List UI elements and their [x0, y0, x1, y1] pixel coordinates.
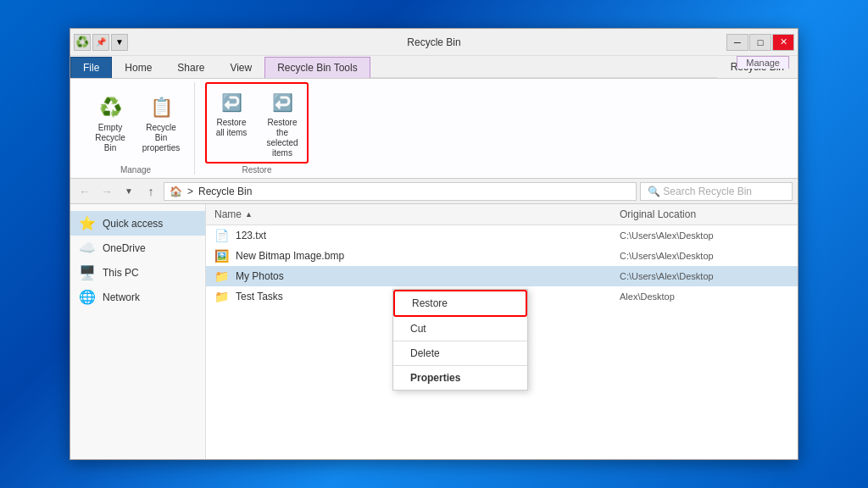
file-location-2: C:\Users\Alex\Desktop [620, 271, 789, 281]
file-icon-1: 🖼️ [214, 249, 229, 263]
maximize-button[interactable]: □ [749, 34, 771, 51]
name-column-header[interactable]: Name ▲ [206, 204, 611, 225]
ribbon-manage-buttons: ♻️ Empty Recycle Bin 📋 Recycle Bin prope… [87, 82, 184, 164]
restore-all-button[interactable]: ↩️ Restore all items [209, 86, 254, 160]
file-name-1: 🖼️ New Bitmap Image.bmp [214, 249, 620, 263]
window-title: Recycle Bin [407, 36, 460, 48]
search-button[interactable]: 🔍 Search Recycle Bin [640, 182, 793, 201]
recycle-icon: ♻️ [95, 92, 125, 123]
address-path-text: Recycle Bin [198, 186, 252, 197]
recycle-bin-props-button[interactable]: 📋 Recycle Bin properties [138, 91, 184, 155]
sidebar-item-onedrive[interactable]: ☁️ OneDrive [70, 236, 205, 260]
manage-group-label: Manage [120, 164, 151, 175]
back-button[interactable]: ← [75, 182, 94, 201]
dropdown-nav-button[interactable]: ▼ [120, 182, 138, 201]
tab-home[interactable]: Home [112, 57, 164, 78]
title-bar-icons: ♻️ 📌 ▼ [74, 34, 128, 51]
explorer-window: ♻️ 📌 ▼ Recycle Bin ─ □ ✕ File Home Share… [70, 28, 798, 460]
network-icon: 🌐 [79, 289, 96, 305]
restore-all-label: Restore all items [216, 118, 248, 138]
recycle-bin-icon-small: ♻️ [74, 34, 91, 51]
onedrive-icon: ☁️ [79, 240, 96, 256]
network-label: Network [103, 291, 140, 303]
empty-recycle-bin-button[interactable]: ♻️ Empty Recycle Bin [87, 91, 133, 155]
quick-access-label: Quick access [103, 218, 163, 230]
file-location-0: C:\Users\Alex\Desktop [620, 230, 789, 241]
ribbon: ♻️ Empty Recycle Bin 📋 Recycle Bin prope… [70, 79, 798, 179]
context-menu-properties[interactable]: Properties [393, 365, 527, 390]
up-button[interactable]: ↑ [142, 182, 160, 201]
context-menu: Restore Cut Delete Properties [392, 289, 528, 391]
quick-access-icon: ⭐ [79, 215, 96, 231]
close-button[interactable]: ✕ [772, 34, 794, 51]
restore-selected-label: Restore the selected items [261, 118, 303, 158]
file-icon-0: 📄 [214, 229, 229, 242]
file-location-1: C:\Users\Alex\Desktop [620, 251, 789, 261]
restore-group-label: Restore [242, 164, 271, 175]
location-column-header[interactable]: Original Location [611, 204, 798, 225]
address-path[interactable]: 🏠 > Recycle Bin [164, 182, 637, 201]
sidebar-item-network[interactable]: 🌐 Network [70, 285, 205, 309]
address-home-icon: 🏠 [170, 186, 182, 197]
ribbon-manage-group: ♻️ Empty Recycle Bin 📋 Recycle Bin prope… [77, 82, 195, 175]
tab-recycle-tools[interactable]: Recycle Bin Tools [264, 57, 370, 78]
file-area: Name ▲ Original Location 📄 123.txt C:\Us… [206, 204, 798, 459]
onedrive-label: OneDrive [103, 242, 146, 254]
forward-button[interactable]: → [97, 182, 116, 201]
tab-view[interactable]: View [217, 57, 264, 78]
empty-recycle-label: Empty Recycle Bin [89, 123, 131, 153]
manage-label: Manage [737, 56, 789, 69]
properties-icon: 📋 [146, 92, 176, 123]
main-content: ⭐ Quick access ☁️ OneDrive 🖥️ This PC 🌐 … [70, 204, 798, 459]
restore-selected-icon: ↩️ [267, 87, 298, 118]
tab-share[interactable]: Share [164, 57, 217, 78]
restore-selected-button[interactable]: ↩️ Restore the selected items [259, 86, 305, 160]
minimize-button[interactable]: ─ [726, 34, 748, 51]
sidebar-item-quick-access[interactable]: ⭐ Quick access [70, 211, 205, 236]
file-icon-2: 📁 [214, 269, 229, 283]
recycle-props-label: Recycle Bin properties [140, 123, 182, 153]
this-pc-icon: 🖥️ [79, 264, 96, 280]
quick-access-icon: 📌 [92, 34, 109, 51]
restore-highlight-box: ↩️ Restore all items ↩️ Restore the sele… [205, 82, 309, 164]
address-bar: ← → ▼ ↑ 🏠 > Recycle Bin 🔍 Search Recycle… [70, 179, 798, 204]
context-menu-restore[interactable]: Restore [393, 290, 527, 317]
file-name-2: 📁 My Photos [214, 269, 620, 283]
tab-file[interactable]: File [70, 57, 112, 78]
file-icon-3: 📁 [214, 290, 229, 303]
title-bar: ♻️ 📌 ▼ Recycle Bin ─ □ ✕ [70, 29, 798, 56]
ribbon-tabs-row: File Home Share View Recycle Bin Tools M… [70, 56, 798, 79]
context-menu-cut[interactable]: Cut [393, 317, 527, 341]
file-name-0: 📄 123.txt [214, 229, 620, 242]
file-location-3: Alex\Desktop [620, 291, 789, 302]
ribbon-restore-group: ↩️ Restore all items ↩️ Restore the sele… [195, 82, 319, 175]
sidebar-item-this-pc[interactable]: 🖥️ This PC [70, 260, 205, 285]
file-item-1[interactable]: 🖼️ New Bitmap Image.bmp C:\Users\Alex\De… [206, 246, 798, 266]
sidebar: ⭐ Quick access ☁️ OneDrive 🖥️ This PC 🌐 … [70, 204, 206, 459]
expand-icon: ▼ [111, 34, 128, 51]
ribbon-restore-buttons: ↩️ Restore all items ↩️ Restore the sele… [205, 82, 309, 164]
this-pc-label: This PC [103, 267, 139, 279]
restore-all-icon: ↩️ [216, 87, 247, 118]
sort-icon: ▲ [245, 210, 253, 219]
file-item-2[interactable]: 📁 My Photos C:\Users\Alex\Desktop [206, 266, 798, 286]
title-bar-controls: ─ □ ✕ [726, 34, 794, 51]
file-header: Name ▲ Original Location [206, 204, 798, 225]
file-item-0[interactable]: 📄 123.txt C:\Users\Alex\Desktop [206, 225, 798, 246]
context-menu-delete[interactable]: Delete [393, 341, 527, 365]
